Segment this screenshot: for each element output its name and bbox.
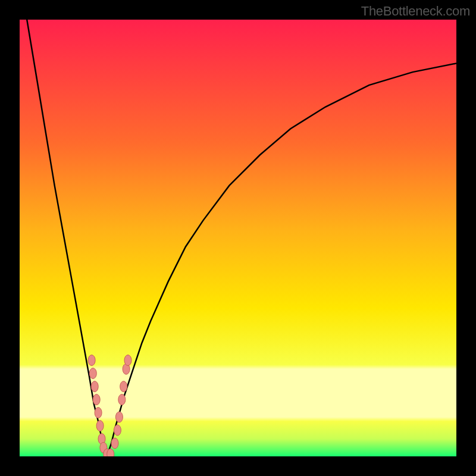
marker-point (124, 355, 131, 366)
marker-point (93, 394, 100, 405)
gradient-background (20, 20, 456, 456)
marker-point (88, 355, 95, 366)
marker-point (120, 381, 127, 392)
bottleneck-chart (20, 20, 456, 456)
marker-point (91, 381, 98, 392)
marker-point (118, 394, 126, 405)
watermark-text: TheBottleneck.com (361, 4, 470, 19)
marker-point (114, 425, 121, 436)
marker-point (89, 368, 96, 379)
marker-point (96, 421, 104, 431)
marker-point (95, 408, 102, 418)
marker-point (107, 449, 114, 456)
marker-point (115, 412, 123, 422)
marker-point (111, 438, 118, 449)
